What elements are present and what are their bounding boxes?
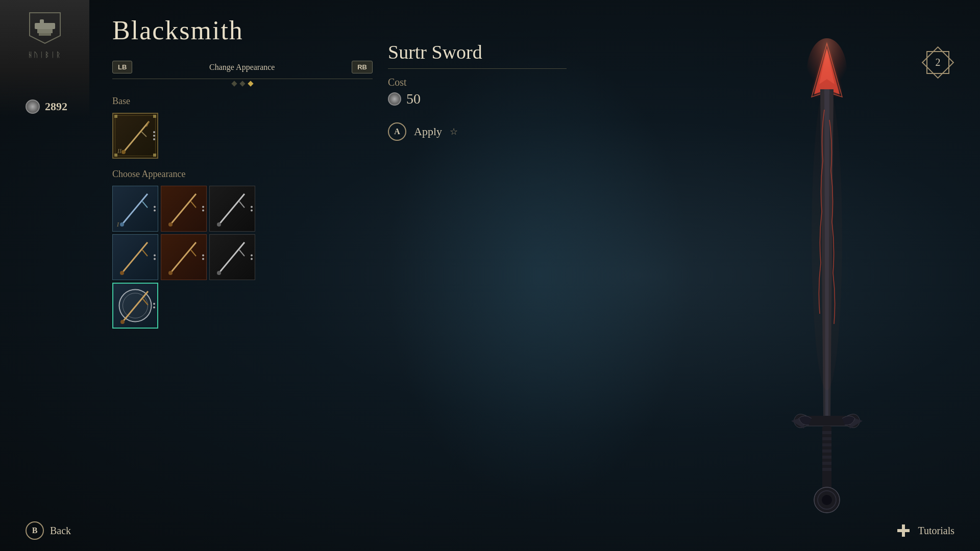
svg-point-50 (812, 84, 842, 390)
appearance-item-5[interactable] (161, 234, 207, 280)
item-dot (251, 210, 253, 212)
nav-dot-1 (231, 81, 237, 86)
item-dot (153, 138, 155, 140)
nav-bar: LB Change Appearance RB (112, 61, 373, 79)
tutorials-icon (895, 522, 912, 539)
tutorials-button-label: Tutorials (918, 525, 954, 537)
appearance-item-number-1: I (117, 221, 119, 229)
star-icon: ☆ (450, 126, 458, 137)
nav-right-button[interactable]: RB (352, 61, 373, 73)
anvil-icon (22, 8, 68, 48)
appearance-item-2[interactable] (161, 186, 207, 232)
item-dots (251, 206, 253, 212)
svg-line-19 (142, 250, 148, 256)
back-button-key: B (32, 526, 38, 535)
sword-icon-1 (113, 186, 159, 232)
item-dots (251, 255, 253, 260)
nav-dot-2 (239, 81, 245, 86)
base-item-number: II (117, 147, 121, 155)
svg-line-22 (191, 250, 196, 256)
nav-dots (112, 82, 373, 86)
svg-point-20 (120, 271, 124, 275)
cost-amount: 50 (406, 91, 421, 107)
currency-icon (26, 99, 40, 114)
svg-rect-2 (37, 29, 53, 33)
sword-icon-5 (161, 235, 207, 281)
main-content: Blacksmith LB Change Appearance RB Base … (102, 0, 383, 551)
appearance-item-7[interactable] (112, 283, 158, 329)
rune-text: ᚺᚢᛁᛒᛁᚱ (28, 51, 62, 59)
svg-line-24 (219, 242, 244, 273)
sword-icon-2 (161, 186, 207, 232)
item-dot (251, 258, 253, 260)
item-dot (153, 303, 155, 305)
item-dot (153, 135, 155, 137)
currency-display: 2892 (26, 99, 67, 114)
svg-line-28 (143, 299, 148, 305)
item-dot (202, 210, 204, 212)
svg-point-26 (217, 271, 221, 275)
item-dots (202, 255, 204, 260)
svg-line-8 (141, 132, 146, 137)
back-button-circle: B (26, 521, 44, 540)
svg-rect-39 (822, 431, 831, 434)
apply-button-label: Apply (414, 125, 442, 138)
apply-button-key: A (394, 127, 400, 136)
svg-point-14 (168, 222, 173, 227)
svg-rect-3 (39, 33, 51, 36)
svg-line-12 (170, 194, 196, 224)
svg-rect-42 (822, 449, 831, 453)
nav-left-button[interactable]: LB (112, 61, 132, 73)
item-dot (154, 258, 156, 260)
appearance-item-4[interactable] (112, 234, 158, 280)
sword-icon-4 (113, 235, 159, 281)
apply-button-circle: A (388, 122, 406, 141)
svg-rect-1 (35, 23, 55, 29)
appearance-section-label: Choose Appearance (112, 169, 373, 180)
svg-rect-45 (822, 468, 831, 471)
apply-button[interactable]: A Apply ☆ (388, 120, 567, 143)
nav-label: Change Appearance (140, 63, 344, 72)
item-dots (154, 206, 156, 212)
cost-label: Cost (388, 77, 567, 88)
item-dot (202, 255, 204, 257)
appearance-item-1[interactable]: I (112, 186, 158, 232)
item-dot (153, 131, 155, 133)
sword-icon-6 (210, 235, 256, 281)
base-item[interactable]: II (112, 113, 158, 159)
svg-line-15 (219, 194, 244, 224)
tutorials-button[interactable]: Tutorials (895, 522, 954, 539)
appearance-item-3[interactable] (209, 186, 255, 232)
svg-rect-41 (822, 443, 831, 446)
back-button-label: Back (50, 525, 71, 537)
back-button[interactable]: B Back (26, 521, 71, 540)
appearance-grid: I (112, 186, 373, 280)
svg-point-11 (120, 222, 124, 227)
svg-line-5 (124, 121, 149, 152)
bottom-bar: B Back Tutorials (0, 510, 980, 551)
svg-point-7 (121, 150, 126, 154)
nav-dot-3 (248, 81, 253, 86)
counter-badge: 2 (926, 51, 949, 74)
svg-rect-4 (40, 19, 44, 24)
counter-number: 2 (936, 57, 941, 68)
item-title: Surtr Sword (388, 41, 567, 69)
cost-currency-icon (388, 92, 401, 106)
svg-line-16 (239, 202, 244, 208)
cost-value: 50 (388, 91, 567, 107)
cost-section: Cost 50 (388, 77, 567, 107)
page-title: Blacksmith (112, 15, 373, 45)
base-section-label: Base (112, 96, 373, 107)
svg-point-23 (168, 271, 173, 275)
svg-rect-44 (822, 462, 831, 465)
item-dot (154, 206, 156, 208)
item-dot (251, 255, 253, 257)
svg-point-17 (217, 222, 221, 227)
item-dots (153, 131, 155, 140)
svg-line-10 (142, 202, 148, 208)
item-dot (251, 206, 253, 208)
item-dot (154, 255, 156, 257)
appearance-item-6[interactable] (209, 234, 255, 280)
sword-icon-3 (210, 186, 256, 232)
sword-icon-7 (113, 284, 159, 330)
